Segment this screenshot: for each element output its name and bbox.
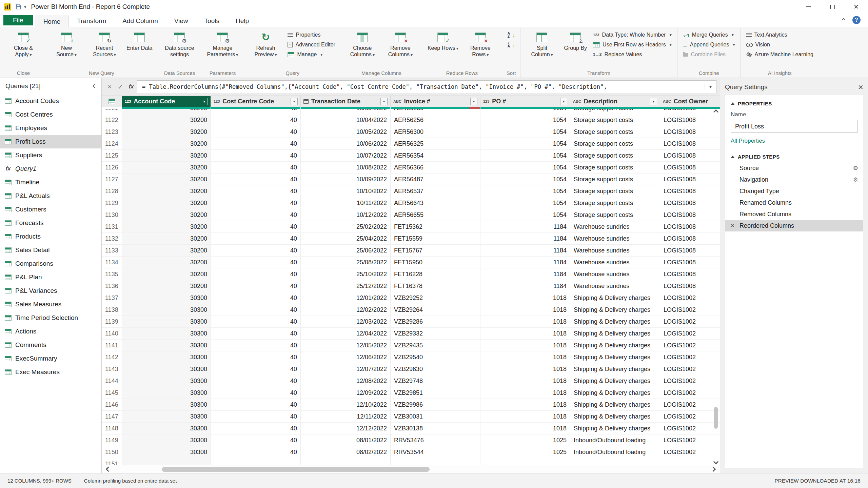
row-number[interactable]: 1126 bbox=[102, 162, 122, 173]
column-header[interactable]: 123Account Code▾ bbox=[122, 96, 211, 107]
table-cell[interactable]: AER56487 bbox=[391, 174, 480, 185]
table-cell[interactable]: 40 bbox=[211, 328, 301, 339]
table-cell[interactable]: LOGIS1008 bbox=[660, 280, 720, 292]
row-number[interactable]: 1136 bbox=[102, 280, 122, 292]
row-number[interactable]: 1151 bbox=[102, 458, 122, 465]
table-cell[interactable]: 40 bbox=[211, 340, 301, 351]
table-cell[interactable]: LOGIS1002 bbox=[660, 434, 720, 446]
save-icon[interactable] bbox=[15, 4, 21, 10]
horizontal-scroll-thumb[interactable] bbox=[162, 467, 430, 472]
row-number[interactable]: 1135 bbox=[102, 268, 122, 280]
table-cell[interactable]: 30200 bbox=[122, 209, 211, 221]
use-first-row-button[interactable]: Use First Row as Headers▾ bbox=[590, 41, 674, 48]
table-cell[interactable]: 40 bbox=[211, 233, 301, 244]
table-cell[interactable] bbox=[122, 458, 211, 465]
horizontal-scrollbar[interactable] bbox=[102, 465, 720, 473]
table-cell[interactable]: 25/02/2022 bbox=[301, 221, 391, 232]
row-number[interactable]: 1125 bbox=[102, 150, 122, 161]
ribbon-tab[interactable]: Transform bbox=[69, 15, 114, 27]
close-apply-button[interactable]: Close & Apply▾ bbox=[5, 30, 42, 59]
table-cell[interactable]: LOGIS1008 bbox=[660, 209, 720, 221]
table-cell[interactable]: 10/06/2022 bbox=[301, 138, 391, 149]
table-cell[interactable] bbox=[391, 458, 480, 465]
advanced-editor-button[interactable]: ‹› Advanced Editor bbox=[285, 41, 338, 48]
table-cell[interactable]: Storage support costs bbox=[570, 174, 660, 185]
table-cell[interactable]: Warehouse sundries bbox=[570, 280, 660, 292]
enter-data-button[interactable]: Enter Data bbox=[124, 30, 155, 52]
table-cell[interactable]: 30200 bbox=[122, 174, 211, 185]
row-number[interactable]: 1132 bbox=[102, 233, 122, 244]
query-list-item[interactable]: fx Suppliers bbox=[0, 148, 101, 162]
formula-text[interactable]: = Table.ReorderColumns(#"Removed Columns… bbox=[137, 83, 705, 90]
table-cell[interactable]: LOGIS1002 bbox=[660, 399, 720, 410]
table-cell[interactable]: Storage support costs bbox=[570, 209, 660, 221]
table-cell[interactable]: 40 bbox=[211, 387, 301, 399]
filter-dropdown-icon[interactable]: ▾ bbox=[380, 98, 388, 105]
recent-sources-button[interactable]: Recent Sources▾ bbox=[86, 30, 123, 59]
query-list-item[interactable]: fx Query1 bbox=[0, 162, 101, 176]
table-cell[interactable]: 1018 bbox=[480, 351, 570, 363]
formula-input[interactable]: = Table.ReorderColumns(#"Removed Columns… bbox=[137, 80, 716, 93]
table-cell[interactable]: FET15767 bbox=[391, 245, 480, 256]
table-cell[interactable]: LOGIS1008 bbox=[660, 233, 720, 244]
query-list-item[interactable]: fx Comments bbox=[0, 338, 101, 352]
row-number[interactable]: 1150 bbox=[102, 446, 122, 458]
query-list-item[interactable]: fx Timeline bbox=[0, 176, 101, 189]
table-cell[interactable]: Storage support costs bbox=[570, 138, 660, 149]
table-cell[interactable]: Shipping & Delivery charges bbox=[570, 387, 660, 399]
table-cell[interactable]: VZB29286 bbox=[391, 316, 480, 327]
azure-ml-button[interactable]: Azure Machine Learning bbox=[744, 51, 816, 58]
table-cell[interactable]: 40 bbox=[211, 411, 301, 422]
table-cell[interactable]: 10/11/2022 bbox=[301, 197, 391, 209]
row-number[interactable]: 1121 bbox=[102, 109, 122, 114]
table-cell[interactable]: 12/12/2022 bbox=[301, 423, 391, 434]
table-cell[interactable]: LOGIS1002 bbox=[660, 292, 720, 304]
table-cell[interactable]: 40 bbox=[211, 174, 301, 185]
table-cell[interactable]: 40 bbox=[211, 245, 301, 256]
applied-step[interactable]: × Reordered Columns ⚙ bbox=[725, 220, 863, 231]
table-cell[interactable]: VZB29986 bbox=[391, 399, 480, 410]
vision-button[interactable]: Vision bbox=[744, 41, 816, 48]
append-queries-button[interactable]: Append Queries▾ bbox=[680, 41, 738, 48]
table-cell[interactable]: 40 bbox=[211, 209, 301, 221]
table-cell[interactable]: FET16378 bbox=[391, 280, 480, 292]
query-list-item[interactable]: fx P&L Plan bbox=[0, 270, 101, 284]
table-cell[interactable]: Inbound/Outbound loading bbox=[570, 446, 660, 458]
table-cell[interactable]: 40 bbox=[211, 197, 301, 209]
table-cell[interactable]: AER56537 bbox=[391, 185, 480, 197]
help-icon[interactable]: ? bbox=[852, 16, 861, 24]
table-cell[interactable]: VZB29264 bbox=[391, 304, 480, 316]
table-cell[interactable]: 12/07/2022 bbox=[301, 363, 391, 375]
table-cell[interactable]: Shipping & Delivery charges bbox=[570, 411, 660, 422]
applied-step[interactable]: × Removed Columns ⚙ bbox=[725, 208, 863, 220]
keep-rows-button[interactable]: Keep Rows▾ bbox=[425, 30, 461, 53]
table-cell[interactable]: 1018 bbox=[480, 292, 570, 304]
table-cell[interactable]: 1054 bbox=[480, 114, 570, 126]
table-cell[interactable]: 30200 bbox=[122, 233, 211, 244]
table-cell[interactable]: 40 bbox=[211, 399, 301, 410]
filter-dropdown-icon[interactable]: ▾ bbox=[201, 98, 208, 105]
table-cell[interactable]: 08/02/2022 bbox=[301, 446, 391, 458]
table-cell[interactable]: Shipping & Delivery charges bbox=[570, 363, 660, 375]
table-cell[interactable]: 40 bbox=[211, 257, 301, 268]
table-cell[interactable]: 12/09/2022 bbox=[301, 387, 391, 399]
table-cell[interactable]: Storage support costs bbox=[570, 126, 660, 138]
query-list-item[interactable]: fx Exec Measures bbox=[0, 365, 101, 379]
table-cell[interactable]: 30300 bbox=[122, 387, 211, 399]
table-cell[interactable]: 30300 bbox=[122, 351, 211, 363]
scroll-up-icon[interactable] bbox=[713, 109, 718, 115]
table-cell[interactable]: Shipping & Delivery charges bbox=[570, 316, 660, 327]
split-column-button[interactable]: Split Column▾ bbox=[523, 30, 560, 59]
query-list-item[interactable]: fx Sales Measures bbox=[0, 298, 101, 311]
table-cell[interactable]: 12/04/2022 bbox=[301, 328, 391, 339]
scroll-right-icon[interactable] bbox=[711, 467, 716, 472]
table-cell[interactable]: 40 bbox=[211, 109, 301, 114]
close-panel-icon[interactable]: × bbox=[858, 83, 863, 92]
table-cell[interactable]: VZB30138 bbox=[391, 423, 480, 434]
table-cell[interactable]: 25/08/2022 bbox=[301, 257, 391, 268]
table-cell[interactable]: 40 bbox=[211, 304, 301, 316]
table-cell[interactable]: LOGIS1002 bbox=[660, 328, 720, 339]
table-cell[interactable]: 1018 bbox=[480, 304, 570, 316]
table-cell[interactable]: VZB30031 bbox=[391, 411, 480, 422]
quick-access-dropdown-icon[interactable]: ▾ bbox=[24, 4, 26, 9]
